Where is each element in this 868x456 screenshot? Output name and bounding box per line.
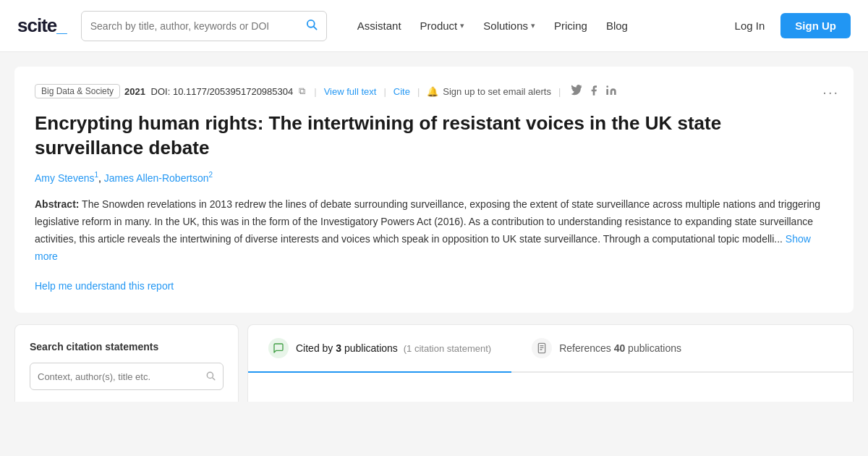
- references-label: References 40 publications: [559, 342, 681, 354]
- author-link-1[interactable]: Amy Stevens: [35, 172, 94, 183]
- citation-search-input[interactable]: [38, 371, 205, 382]
- authors: Amy Stevens1, James Allen-Robertson2: [35, 171, 833, 184]
- svg-line-3: [213, 378, 215, 380]
- cited-by-label: Cited by 3 publications (1 citation stat…: [296, 342, 491, 354]
- publication-year: 2021: [124, 86, 145, 97]
- doi-label: DOI:: [151, 86, 171, 97]
- doi-value: 10.1177/2053951720985304: [173, 86, 293, 97]
- abstract-text: The Snowden revelations in 2013 redrew t…: [35, 198, 820, 245]
- logo[interactable]: scite_: [17, 14, 67, 37]
- login-button[interactable]: Log In: [728, 15, 773, 36]
- svg-line-1: [314, 27, 317, 30]
- author-link-2[interactable]: James Allen-Robertson: [104, 172, 209, 183]
- nav-pricing[interactable]: Pricing: [547, 15, 595, 36]
- linkedin-icon[interactable]: [605, 85, 617, 98]
- tab-references[interactable]: References 40 publications: [511, 325, 702, 371]
- view-full-text-link[interactable]: View full text: [324, 86, 377, 97]
- meta-row: Big Data & Society 2021 DOI: 10.1177/205…: [35, 84, 833, 98]
- citation-search-box[interactable]: [30, 363, 224, 390]
- abstract-label: Abstract:: [35, 198, 79, 210]
- nav-assistant[interactable]: Assistant: [350, 15, 409, 36]
- copy-icon[interactable]: ⧉: [299, 85, 305, 97]
- search-box[interactable]: [81, 11, 327, 41]
- abstract: Abstract: The Snowden revelations in 201…: [35, 196, 833, 265]
- bottom-panels: Search citation statements: [14, 324, 854, 402]
- alert-text: Sign up to set email alerts: [443, 86, 551, 97]
- facebook-icon[interactable]: [588, 85, 600, 98]
- chevron-down-icon: ▾: [460, 21, 464, 30]
- tabs-row: Cited by 3 publications (1 citation stat…: [248, 325, 853, 373]
- references-icon: [532, 338, 552, 358]
- citation-search-panel: Search citation statements: [14, 324, 239, 402]
- paper-card: ... Big Data & Society 2021 DOI: 10.1177…: [14, 67, 854, 313]
- search-icon: [205, 371, 216, 383]
- search-icon: [305, 18, 318, 33]
- nav-solutions[interactable]: Solutions ▾: [476, 15, 542, 36]
- nav-blog[interactable]: Blog: [599, 15, 635, 36]
- more-options-button[interactable]: ...: [822, 81, 839, 98]
- svg-point-2: [207, 372, 213, 378]
- nav-right: Log In Sign Up: [728, 13, 851, 38]
- tab-cited-by[interactable]: Cited by 3 publications (1 citation stat…: [248, 325, 511, 373]
- paper-title: Encrypting human rights: The intertwinin…: [35, 111, 833, 161]
- bell-icon: 🔔: [427, 86, 438, 97]
- search-input[interactable]: [90, 20, 305, 32]
- year-doi: 2021 DOI: 10.1177/2053951720985304: [124, 86, 293, 97]
- social-icons: [571, 85, 617, 98]
- nav-product[interactable]: Product ▾: [413, 15, 472, 36]
- cite-link[interactable]: Cite: [393, 86, 410, 97]
- journal-tag: Big Data & Society: [35, 84, 120, 98]
- svg-point-0: [307, 20, 315, 28]
- help-understand-link[interactable]: Help me understand this report: [35, 280, 174, 292]
- header: scite_ Assistant Product ▾ Solutions ▾ P…: [0, 0, 868, 52]
- main-nav: Assistant Product ▾ Solutions ▾ Pricing …: [350, 15, 713, 36]
- twitter-icon[interactable]: [571, 85, 582, 98]
- main-content: ... Big Data & Society 2021 DOI: 10.1177…: [0, 52, 868, 402]
- signup-button[interactable]: Sign Up: [780, 13, 851, 38]
- tabs-panel: Cited by 3 publications (1 citation stat…: [247, 324, 854, 402]
- chevron-down-icon: ▾: [531, 21, 535, 30]
- citation-search-title: Search citation statements: [30, 341, 224, 352]
- cited-by-icon: [268, 338, 289, 358]
